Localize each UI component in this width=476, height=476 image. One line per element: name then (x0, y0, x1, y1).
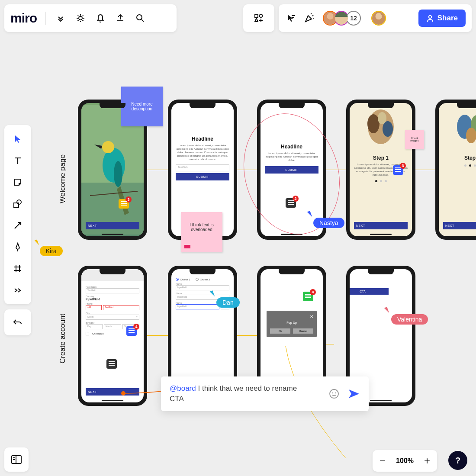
more-users-count[interactable]: 12 (346, 11, 361, 26)
cancel-button[interactable]: Cancel (293, 328, 313, 334)
svg-line-23 (311, 13, 312, 14)
submit-button[interactable]: SUBMIT (176, 173, 229, 180)
cursor-label-nastya: Nastya (313, 218, 344, 228)
zoom-out-button[interactable]: − (375, 453, 390, 468)
select-tool[interactable] (7, 129, 28, 148)
name-input[interactable]: InputField (176, 285, 229, 290)
step-title: Step 1 (354, 155, 408, 161)
connector (415, 170, 435, 170)
home-indicator (370, 400, 392, 401)
emoji-icon[interactable] (329, 389, 339, 399)
svg-point-9 (378, 112, 386, 124)
send-icon[interactable] (348, 389, 360, 399)
day-input[interactable]: Day (86, 324, 103, 329)
name-input-3[interactable]: InputField (176, 304, 219, 309)
sticky-note-tiny[interactable]: Check images (405, 130, 424, 149)
cta-button[interactable]: CTA (350, 288, 389, 295)
zoom-value[interactable]: 100% (392, 457, 417, 465)
postcode-input[interactable]: TextField (86, 288, 139, 293)
row-label-create: Create account (58, 314, 67, 363)
side-toolbar (4, 125, 31, 304)
phone-prefix[interactable]: +49 (86, 305, 102, 310)
svg-point-26 (429, 16, 431, 18)
sticky-note-pink[interactable]: I think text is overloaded (181, 212, 222, 252)
next-button[interactable]: NEXT (354, 222, 408, 229)
more-tools[interactable] (7, 281, 28, 300)
textfield[interactable]: TextField (176, 164, 229, 171)
next-button[interactable]: NEXT (86, 222, 139, 229)
ok-button[interactable]: Ok (270, 328, 290, 334)
sticky-tool[interactable] (7, 173, 28, 192)
phone-welcome-5[interactable]: Step NEXT (435, 100, 476, 240)
canvas[interactable]: Welcome page Create account NEXT Headlin… (0, 0, 476, 476)
phone-welcome-4[interactable]: Step 1 Lorem ipsum dolor sit amet, conse… (346, 100, 415, 240)
minimap-button[interactable] (4, 447, 29, 472)
templates-button[interactable] (243, 4, 274, 32)
comment-icon[interactable]: 4 (126, 326, 137, 336)
country-value: InputField (86, 298, 139, 301)
checkbox[interactable] (86, 332, 89, 335)
notch (279, 269, 305, 274)
upload-icon[interactable] (114, 12, 126, 24)
cursor-label-valentina: Valentina (391, 314, 428, 325)
svg-point-13 (330, 389, 338, 398)
share-button[interactable]: Share (418, 10, 466, 27)
notch (368, 103, 394, 108)
svg-point-7 (367, 114, 380, 133)
home-indicator (370, 234, 392, 235)
city-select[interactable]: Select▾ (86, 315, 139, 320)
close-icon[interactable]: ✕ (270, 315, 313, 318)
comment-icon[interactable]: 2 (286, 198, 296, 208)
help-button[interactable]: ? (448, 451, 467, 470)
avatars-group[interactable]: 12 (323, 11, 361, 26)
svg-line-24 (312, 15, 313, 16)
comment-input-box[interactable]: @board I think that we need to rename CT… (161, 376, 369, 411)
svg-point-4 (114, 161, 122, 187)
radio-2[interactable] (196, 278, 199, 281)
home-indicator (102, 234, 123, 235)
svg-point-16 (79, 16, 82, 20)
topbar-left: miro (4, 4, 177, 32)
notch (279, 103, 305, 108)
popup[interactable]: ✕ Pop-Up Ok Cancel (267, 311, 317, 337)
topbar-right: 12 Share (279, 4, 472, 32)
cursor-mode-icon[interactable] (285, 12, 297, 24)
zoom-in-button[interactable]: + (420, 453, 434, 468)
comment-icon[interactable]: 3 (393, 165, 403, 175)
comment-text[interactable]: @board I think that we need to rename CT… (170, 383, 299, 404)
next-button[interactable]: NEXT (443, 222, 476, 229)
chevron-down-icon[interactable] (55, 12, 67, 24)
gear-icon[interactable] (74, 12, 87, 24)
connector (147, 170, 170, 170)
pen-tool[interactable] (7, 238, 28, 257)
comment-icon[interactable]: 3 (119, 199, 129, 209)
frame-tool[interactable] (7, 259, 28, 278)
search-icon[interactable] (134, 12, 146, 24)
radio-1[interactable] (176, 278, 179, 281)
month-input[interactable]: Month (104, 324, 121, 329)
shape-tool[interactable] (7, 194, 28, 213)
svg-rect-19 (255, 14, 258, 17)
logo[interactable]: miro (10, 11, 37, 26)
svg-point-17 (137, 15, 142, 20)
comment-icon[interactable]: 4 (303, 292, 313, 301)
svg-point-14 (332, 392, 333, 393)
connector (237, 335, 257, 336)
notch (368, 269, 394, 274)
avatar-me[interactable] (371, 11, 386, 26)
notch (190, 103, 215, 108)
undo-button[interactable] (7, 313, 28, 332)
phone-field[interactable]: TextField (103, 305, 139, 310)
sticky-note-blue[interactable]: Need more description (121, 87, 163, 126)
arrow-tool[interactable] (7, 216, 28, 235)
svg-point-20 (260, 14, 263, 17)
svg-point-12 (466, 128, 476, 143)
phone-create-1[interactable]: Post Code TextField Country InputField P… (78, 266, 147, 406)
text-tool[interactable] (7, 151, 28, 170)
comment-icon[interactable] (106, 359, 117, 369)
avatar-2[interactable] (334, 11, 349, 26)
notch (457, 103, 476, 108)
svg-point-3 (102, 141, 114, 153)
confetti-icon[interactable] (303, 12, 315, 24)
bell-icon[interactable] (94, 12, 106, 24)
